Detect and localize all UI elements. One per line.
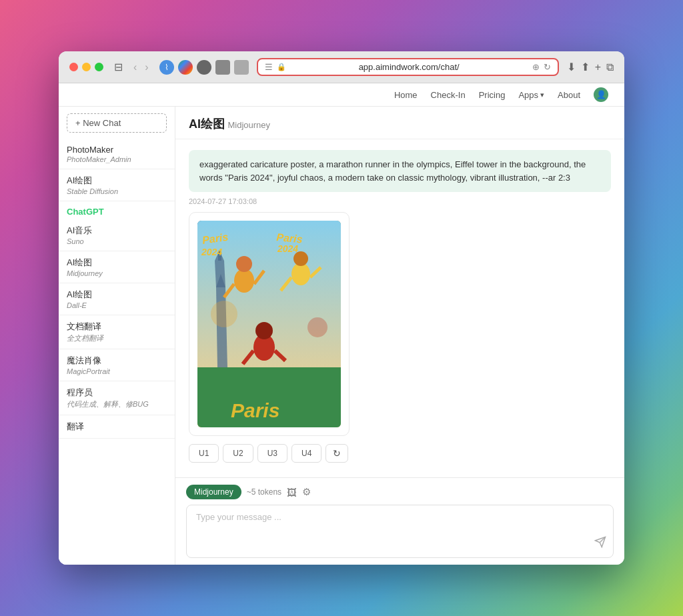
sidebar-item-title: AI绘图	[67, 289, 167, 301]
close-button[interactable]	[69, 63, 78, 71]
refresh-icon[interactable]: ↻	[544, 62, 551, 72]
sidebar-item-sub: 全文档翻译	[67, 333, 167, 343]
chat-messages: exaggerated caricature poster, a maratho…	[175, 139, 624, 477]
sidebar-item-title: 翻译	[67, 421, 167, 433]
title-bar: ⊟ ‹ › ⌇ ☰ 🔒 app.aimindwork.com/chat/ ⊕ ↻…	[59, 51, 624, 83]
input-area: Midjourney ~5 tokens 🖼 ⚙ Type your messa…	[175, 477, 624, 565]
url-text: app.aimindwork.com/chat/	[290, 62, 528, 72]
sidebar-item-title: PhotoMaker	[67, 145, 167, 155]
u4-button[interactable]: U4	[291, 444, 321, 463]
browser-icon-arc: ⌇	[159, 60, 174, 75]
u1-button[interactable]: U1	[189, 444, 219, 463]
download-icon[interactable]: ⬇	[567, 61, 576, 73]
sidebar-item-magic-portrait[interactable]: 魔法肖像 MagicPortrait	[59, 349, 175, 381]
sidebar-item-programmer[interactable]: 程序员 代码生成、解释、修BUG	[59, 381, 175, 415]
svg-point-6	[236, 256, 252, 272]
nav-apps[interactable]: Apps	[518, 90, 538, 100]
tabs-icon[interactable]: ⧉	[606, 61, 614, 73]
message-input-container: Type your message ...	[186, 505, 614, 558]
sidebar-item-sub: Suno	[67, 237, 167, 245]
sidebar-icon: ⊟	[114, 61, 123, 73]
send-icon	[594, 536, 606, 548]
nav-about[interactable]: About	[558, 90, 580, 100]
minimize-button[interactable]	[82, 63, 91, 71]
message-timestamp: 2024-07-27 17:03:08	[189, 197, 611, 205]
chevron-down-icon: ▾	[540, 91, 544, 99]
sidebar-item-title: 魔法肖像	[67, 355, 167, 367]
u3-button[interactable]: U3	[257, 444, 287, 463]
sidebar-item-title: 文档翻译	[67, 321, 167, 333]
nav-arrows: ‹ ›	[131, 60, 151, 75]
svg-point-5	[234, 269, 254, 293]
nav-apps-container[interactable]: Apps ▾	[518, 90, 544, 100]
sidebar-item-title: AI音乐	[67, 225, 167, 237]
model-selector-bar: Midjourney ~5 tokens 🖼 ⚙	[186, 485, 614, 499]
sidebar-item-ai-music[interactable]: AI音乐 Suno	[59, 219, 175, 251]
send-button[interactable]	[594, 536, 606, 551]
svg-text:2024: 2024	[277, 243, 298, 254]
browser-icon-ext3	[234, 60, 249, 75]
browser-icon-google	[178, 60, 193, 75]
sidebar-item-translate[interactable]: 翻译	[59, 415, 175, 439]
message-placeholder: Type your message ...	[196, 512, 604, 522]
sidebar-item-title: 程序员	[67, 387, 167, 399]
right-toolbar: ⬇ ⬆ + ⧉	[567, 61, 614, 73]
sidebar-item-photomaker[interactable]: PhotoMaker PhotoMaker_Admin	[59, 139, 175, 169]
tokens-label: ~5 tokens	[247, 487, 281, 497]
sidebar-item-sub: PhotoMaker_Admin	[67, 155, 167, 163]
nav-pricing[interactable]: Pricing	[479, 90, 506, 100]
svg-point-9	[291, 263, 310, 285]
browser-icons: ⌇	[159, 60, 249, 75]
sidebar-item-doc-translate[interactable]: 文档翻译 全文档翻译	[59, 315, 175, 349]
address-bar-menu-icon: ☰	[265, 62, 273, 72]
chat-model-name: Midjourney	[227, 120, 270, 130]
prompt-bubble: exaggerated caricature poster, a maratho…	[189, 150, 611, 192]
chat-title: AI绘图	[189, 117, 225, 131]
nav-checkin[interactable]: Check-In	[431, 90, 466, 100]
user-icon: 👤	[596, 90, 606, 99]
share-icon[interactable]: ⊕	[532, 62, 540, 72]
new-chat-button[interactable]: + New Chat	[67, 113, 167, 133]
image-upload-icon[interactable]: 🖼	[287, 487, 297, 498]
sidebar-item-title: AI绘图	[67, 175, 167, 187]
browser-window: ⊟ ‹ › ⌇ ☰ 🔒 app.aimindwork.com/chat/ ⊕ ↻…	[59, 51, 624, 565]
model-badge[interactable]: Midjourney	[186, 485, 241, 499]
nav-bar: Home Check-In Pricing Apps ▾ About 👤	[59, 83, 624, 107]
chat-area: AI绘图 Midjourney exaggerated caricature p…	[175, 107, 624, 565]
paris-2024-svg: Paris 2024 Paris 2024 Paris	[197, 221, 341, 427]
sidebar-item-ai-draw-dalle[interactable]: AI绘图 Dall-E	[59, 283, 175, 315]
forward-button[interactable]: ›	[142, 60, 151, 75]
action-buttons: U1 U2 U3 U4 ↻	[189, 444, 611, 463]
svg-point-14	[255, 322, 273, 339]
settings-icon[interactable]: ⚙	[302, 486, 311, 498]
browser-icon-ext2	[215, 60, 230, 75]
svg-text:Paris: Paris	[231, 399, 279, 421]
share-icon[interactable]: ⬆	[581, 61, 590, 73]
arc-logo: ⌇	[165, 63, 169, 72]
sidebar-item-sub: Stable Diffusion	[67, 187, 167, 195]
nav-home[interactable]: Home	[394, 90, 418, 100]
address-bar[interactable]: ☰ 🔒 app.aimindwork.com/chat/ ⊕ ↻	[257, 58, 559, 76]
sidebar-section-chatgpt[interactable]: ChatGPT	[59, 201, 175, 219]
main-content: + New Chat PhotoMaker PhotoMaker_Admin A…	[59, 107, 624, 565]
back-button[interactable]: ‹	[131, 60, 139, 75]
sidebar-item-ai-draw-midjourney[interactable]: AI绘图 Midjourney	[59, 251, 175, 283]
sidebar-item-title: AI绘图	[67, 257, 167, 269]
maximize-button[interactable]	[95, 63, 103, 71]
refresh-button[interactable]: ↻	[325, 444, 348, 463]
sidebar-item-ai-draw-1[interactable]: AI绘图 Stable Diffusion	[59, 169, 175, 201]
new-tab-icon[interactable]: +	[595, 61, 601, 73]
sidebar: + New Chat PhotoMaker PhotoMaker_Admin A…	[59, 107, 175, 565]
svg-point-22	[211, 301, 237, 327]
sidebar-item-sub: 代码生成、解释、修BUG	[67, 399, 167, 409]
traffic-lights	[69, 63, 103, 71]
user-avatar[interactable]: 👤	[594, 87, 608, 102]
sidebar-toggle[interactable]: ⊟	[114, 61, 123, 73]
address-actions: ⊕ ↻	[532, 62, 551, 72]
browser-icon-ext1	[197, 60, 211, 75]
sidebar-item-sub: Midjourney	[67, 269, 167, 277]
generated-image: Paris 2024 Paris 2024 Paris	[197, 221, 341, 427]
lock-icon: 🔒	[277, 63, 286, 71]
svg-text:2024: 2024	[201, 247, 222, 257]
u2-button[interactable]: U2	[223, 444, 253, 463]
